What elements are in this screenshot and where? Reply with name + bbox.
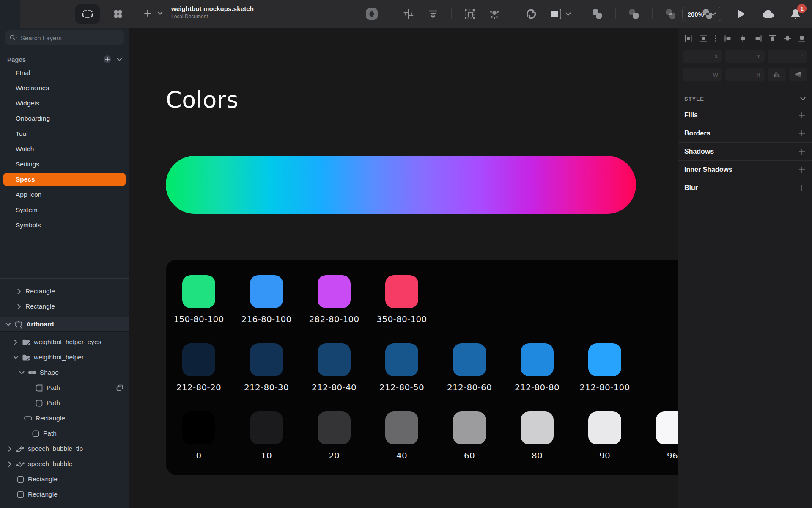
more-options-icon[interactable]	[715, 35, 716, 42]
chevron-right-icon[interactable]	[13, 340, 19, 345]
toolbar-button[interactable]	[461, 5, 479, 23]
swatch-color[interactable]	[318, 411, 351, 444]
layer-row[interactable]: weightbot_helper_eyes	[0, 334, 129, 350]
chevron-down-icon[interactable]	[565, 12, 571, 16]
align-middle-vertical-icon[interactable]	[784, 35, 791, 42]
toolbar-button[interactable]	[362, 5, 381, 23]
add-style-button[interactable]	[798, 111, 806, 119]
swatch-color[interactable]	[521, 411, 554, 444]
swatch-color[interactable]	[182, 411, 215, 444]
chevron-down-icon[interactable]	[5, 323, 11, 326]
swatch-color[interactable]	[588, 411, 621, 444]
swatch-color[interactable]	[521, 343, 554, 376]
layers-view-toggle[interactable]	[75, 4, 100, 24]
swatch-color[interactable]	[318, 275, 351, 308]
swatch-color[interactable]	[588, 343, 621, 376]
color-swatch[interactable]: 150-80-100	[182, 275, 215, 325]
swatch-color[interactable]	[453, 411, 486, 444]
layer-row[interactable]: weigthbot_helper	[0, 350, 129, 365]
color-swatch-card[interactable]: 150-80-100 216-80-100 282-80-100 350-80-…	[166, 260, 678, 475]
sidebar-page-item[interactable]: Settings	[0, 157, 129, 172]
x-position-field[interactable]: X	[683, 50, 722, 63]
chevron-down-icon[interactable]	[13, 356, 19, 359]
sidebar-page-item[interactable]: Widgets	[0, 96, 129, 111]
components-view-toggle[interactable]	[106, 4, 130, 24]
sidebar-page-item[interactable]: Tour	[0, 126, 129, 141]
insert-button[interactable]	[144, 9, 151, 17]
color-swatch[interactable]: 282-80-100	[318, 275, 351, 325]
color-swatch[interactable]: 96	[656, 411, 678, 461]
style-section-row[interactable]: Borders	[678, 124, 812, 142]
layer-row[interactable]: Path	[0, 426, 129, 441]
distribute-vertical-icon[interactable]	[700, 35, 707, 42]
sidebar-page-item[interactable]: Wireframes	[0, 80, 129, 96]
layer-row[interactable]: Path	[0, 395, 129, 411]
toolbar-button[interactable]	[625, 5, 643, 23]
swatch-color[interactable]	[385, 275, 418, 308]
search-layers-input[interactable]: Search Layers	[5, 30, 124, 45]
swatch-color[interactable]	[656, 411, 678, 444]
add-style-button[interactable]	[798, 148, 806, 155]
style-section-row[interactable]: Fills	[678, 106, 812, 124]
collapse-pages-button[interactable]	[117, 58, 122, 61]
color-swatch[interactable]: 212-80-40	[318, 343, 351, 393]
color-swatch[interactable]: 10	[250, 411, 283, 461]
preview-button[interactable]	[734, 7, 749, 21]
canvas[interactable]: Colors 150-80-100 216-80-100 282-80-100 …	[129, 28, 678, 508]
color-swatch[interactable]: 216-80-100	[250, 275, 283, 325]
swatch-color[interactable]	[250, 275, 283, 308]
align-bottom-icon[interactable]	[798, 35, 805, 42]
chevron-down-icon[interactable]	[19, 371, 25, 375]
style-section-row[interactable]: Blur	[678, 179, 812, 197]
layer-row[interactable]: Rectangle	[0, 487, 129, 502]
swatch-color[interactable]	[250, 343, 283, 376]
swatch-color[interactable]	[385, 343, 418, 376]
toolbar-button[interactable]	[424, 5, 442, 23]
align-top-icon[interactable]	[769, 35, 776, 42]
align-center-horizontal-icon[interactable]	[739, 35, 746, 42]
color-swatch[interactable]: 90	[588, 411, 621, 461]
sidebar-page-item[interactable]: Onboarding	[0, 111, 129, 126]
color-swatch[interactable]: 212-80-20	[182, 343, 215, 393]
color-swatch[interactable]: 80	[521, 411, 554, 461]
add-page-button[interactable]	[103, 55, 112, 64]
sidebar-page-item[interactable]: App Icon	[0, 187, 129, 202]
toolbar-button[interactable]	[588, 5, 606, 23]
zoom-select[interactable]: 200%	[682, 7, 721, 21]
width-field[interactable]: W	[683, 68, 722, 81]
toolbar-button[interactable]	[399, 5, 418, 23]
flip-horizontal-button[interactable]	[768, 68, 786, 81]
cloud-share-button[interactable]	[761, 7, 776, 21]
layer-row[interactable]: Rectangle	[0, 299, 129, 314]
color-swatch[interactable]: 20	[318, 411, 351, 461]
style-section-row[interactable]: Inner Shadows	[678, 160, 812, 179]
layer-row[interactable]: Artboard	[0, 317, 129, 332]
color-swatch[interactable]: 212-80-80	[521, 343, 554, 393]
color-swatch[interactable]: 60	[453, 411, 486, 461]
color-swatch[interactable]: 0	[182, 411, 215, 461]
rotation-field[interactable]: °	[768, 50, 807, 63]
add-style-button[interactable]	[798, 130, 806, 137]
toolbar-button[interactable]	[522, 5, 540, 23]
layer-row[interactable]: Rectangle	[0, 284, 129, 299]
swatch-color[interactable]	[182, 343, 215, 376]
sidebar-page-item[interactable]: System	[0, 202, 129, 218]
layer-row[interactable]: Rectangle	[0, 472, 129, 487]
swatch-color[interactable]	[182, 275, 215, 308]
color-swatch[interactable]: 350-80-100	[385, 275, 418, 325]
layer-row[interactable]: Rectangle	[0, 411, 129, 426]
toolbar-button[interactable]	[485, 5, 504, 23]
chevron-down-icon[interactable]	[800, 97, 806, 101]
toolbar-button[interactable]	[661, 5, 680, 23]
sidebar-page-item[interactable]: FInal	[0, 65, 129, 80]
align-left-icon[interactable]	[724, 35, 732, 42]
style-section-header[interactable]: STYLE	[678, 91, 812, 106]
color-swatch[interactable]: 212-80-100	[588, 343, 621, 393]
flip-vertical-button[interactable]	[789, 68, 807, 81]
sidebar-page-item[interactable]: Watch	[0, 141, 129, 157]
layer-row[interactable]: Shape	[0, 365, 129, 380]
swatch-color[interactable]	[385, 411, 418, 444]
height-field[interactable]: H	[725, 68, 765, 81]
document-menu-chevron[interactable]	[157, 11, 163, 15]
color-swatch[interactable]: 40	[385, 411, 418, 461]
